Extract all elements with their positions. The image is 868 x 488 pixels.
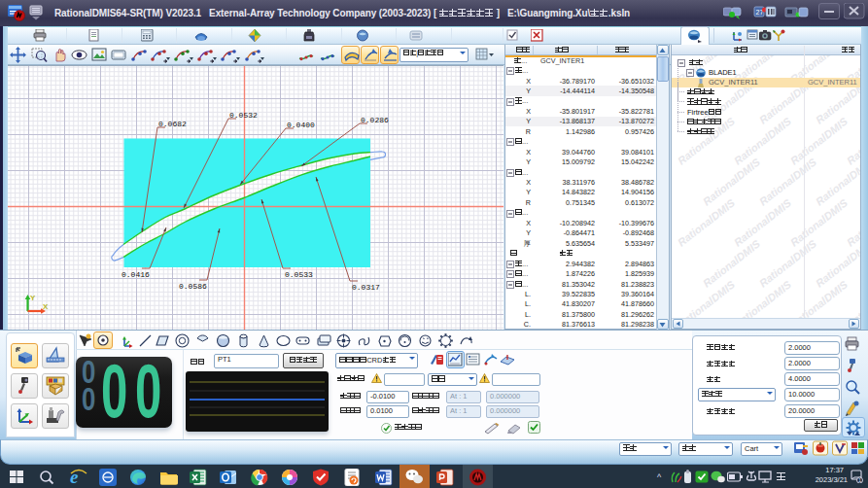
svg-text:0.0533: 0.0533 [285,270,313,279]
svg-text:Y: Y [30,294,36,302]
svg-text:0.0532: 0.0532 [229,111,258,120]
svg-text:0.0586: 0.0586 [179,282,207,291]
svg-text:0.0416: 0.0416 [122,270,150,279]
svg-text:0.0286: 0.0286 [361,116,389,124]
svg-text:0.0317: 0.0317 [352,283,380,292]
svg-text:X: X [43,302,49,311]
svg-text:0.0682: 0.0682 [158,120,187,128]
svg-text:0.0400: 0.0400 [287,121,315,129]
